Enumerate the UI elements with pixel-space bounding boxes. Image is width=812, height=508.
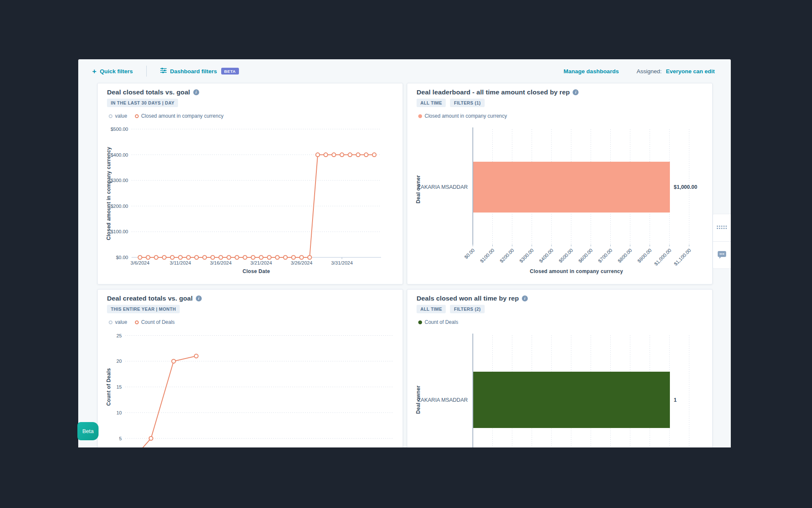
svg-text:$100.00: $100.00 <box>479 248 495 264</box>
svg-text:Closed amount in company curre: Closed amount in company currency <box>530 268 623 274</box>
svg-text:$900.00: $900.00 <box>636 248 653 264</box>
chart-scope-badges: IN THE LAST 30 DAYS | DAY <box>107 99 178 107</box>
legend-item[interactable]: Closed amount in company currency <box>418 113 507 119</box>
svg-text:10: 10 <box>116 410 122 415</box>
legend-marker-icon <box>135 114 139 118</box>
card-side-rail <box>713 214 731 269</box>
card-deal-leaderboard: Deal leaderboard - all time amount close… <box>407 83 713 284</box>
beta-badge: BETA <box>221 68 239 75</box>
svg-text:3/16/2024: 3/16/2024 <box>210 260 232 265</box>
svg-text:ZAKARIA MSADDAR: ZAKARIA MSADDAR <box>417 397 468 403</box>
svg-text:Closed amount in company curre: Closed amount in company currency <box>106 147 112 240</box>
bar-chart-canvas: ZAKARIA MSADDAR1Deal owner <box>407 332 713 447</box>
svg-text:Close Date: Close Date <box>242 268 270 274</box>
legend-label: Count of Deals <box>425 319 458 325</box>
comments-icon[interactable] <box>713 242 731 269</box>
filter-sliders-icon <box>160 67 167 75</box>
svg-text:$800.00: $800.00 <box>617 248 633 264</box>
legend-item[interactable]: Closed amount in company currency <box>135 113 224 119</box>
legend-marker-icon <box>418 114 422 118</box>
info-icon[interactable]: i <box>573 89 579 95</box>
beta-floating-tag[interactable]: Beta <box>77 422 99 440</box>
svg-text:$200.00: $200.00 <box>110 204 128 209</box>
svg-text:$1,000.00: $1,000.00 <box>653 248 672 267</box>
svg-text:Count of Deals: Count of Deals <box>106 368 112 406</box>
svg-text:$100.00: $100.00 <box>110 229 128 234</box>
svg-text:3/26/2024: 3/26/2024 <box>291 260 313 265</box>
legend-marker-icon <box>135 320 139 324</box>
svg-text:$700.00: $700.00 <box>597 248 613 264</box>
legend-item[interactable]: Count of Deals <box>418 319 458 325</box>
svg-text:Deal owner: Deal owner <box>415 385 421 414</box>
chart-scope-badge: THIS ENTIRE YEAR | MONTH <box>107 305 180 313</box>
legend-marker-icon <box>418 320 422 324</box>
plus-icon: + <box>92 68 96 75</box>
svg-text:$1,100.00: $1,100.00 <box>673 248 692 267</box>
chart-scope-badges: ALL TIMEFILTERS (1) <box>417 99 485 107</box>
svg-text:3/11/2024: 3/11/2024 <box>170 260 191 265</box>
card-deals-closed-won: Deals closed won all time by rep i ALL T… <box>407 289 713 447</box>
chart-legend: valueCount of Deals <box>109 319 175 325</box>
legend-item[interactable]: Count of Deals <box>135 319 175 325</box>
chart-title: Deal closed totals vs. goal <box>107 88 190 96</box>
svg-text:$0.00: $0.00 <box>464 248 476 260</box>
svg-text:$300.00: $300.00 <box>518 248 535 264</box>
quick-filters-button[interactable]: Quick filters <box>100 68 133 75</box>
chart-title: Deal created totals vs. goal <box>107 295 193 302</box>
toolbar-divider <box>146 66 147 77</box>
legend-marker-icon <box>109 320 112 324</box>
svg-text:$600.00: $600.00 <box>578 248 594 264</box>
assigned-label: Assigned: <box>636 68 661 75</box>
chart-legend: Closed amount in company currency <box>418 113 507 119</box>
svg-text:$500.00: $500.00 <box>110 127 128 132</box>
legend-label: value <box>115 113 127 119</box>
bar-chart-canvas: $0.00$100.00$200.00$300.00$400.00$500.00… <box>407 126 713 276</box>
svg-text:$500.00: $500.00 <box>558 248 574 264</box>
svg-text:Deal owner: Deal owner <box>415 175 421 203</box>
legend-label: value <box>115 319 127 325</box>
legend-label: Closed amount in company currency <box>425 113 507 119</box>
legend-marker-icon <box>109 114 112 118</box>
svg-text:$1,000.00: $1,000.00 <box>674 184 697 190</box>
chart-scope-badge: IN THE LAST 30 DAYS | DAY <box>107 99 178 107</box>
drag-handle-icon[interactable] <box>713 214 731 241</box>
chart-legend: valueClosed amount in company currency <box>109 113 223 119</box>
svg-text:$300.00: $300.00 <box>110 178 128 183</box>
svg-text:25: 25 <box>116 333 122 338</box>
legend-item[interactable]: value <box>109 319 127 325</box>
svg-text:3/31/2024: 3/31/2024 <box>331 260 353 265</box>
chart-scope-badges: THIS ENTIRE YEAR | MONTH <box>107 305 180 313</box>
chart-title: Deal leaderboard - all time amount close… <box>417 88 570 96</box>
legend-label: Closed amount in company currency <box>141 113 224 119</box>
dashboard-panel: + Quick filters Dashboard filters BETA M… <box>78 59 731 447</box>
svg-text:15: 15 <box>116 384 122 389</box>
svg-text:3/6/2024: 3/6/2024 <box>131 260 150 265</box>
chart-scope-badge: ALL TIME <box>417 99 446 107</box>
chart-scope-badge: FILTERS (2) <box>450 305 484 313</box>
chart-title: Deals closed won all time by rep <box>417 295 519 302</box>
info-icon[interactable]: i <box>522 295 528 301</box>
manage-dashboards-link[interactable]: Manage dashboards <box>564 68 619 75</box>
chart-scope-badges: ALL TIMEFILTERS (2) <box>417 305 485 313</box>
info-icon[interactable]: i <box>193 89 199 95</box>
svg-text:ZAKARIA MSADDAR: ZAKARIA MSADDAR <box>417 184 468 190</box>
dashboard-toolbar: + Quick filters Dashboard filters BETA M… <box>78 59 731 83</box>
svg-text:1: 1 <box>674 397 677 403</box>
card-deal-closed-totals: Deal closed totals vs. goal i IN THE LAS… <box>97 83 403 284</box>
svg-text:20: 20 <box>116 359 122 364</box>
svg-text:$400.00: $400.00 <box>538 248 554 264</box>
info-icon[interactable]: i <box>196 295 202 301</box>
svg-text:$0.00: $0.00 <box>116 255 128 260</box>
line-chart-canvas: 510152025Count of Deals <box>98 332 403 447</box>
dashboard-filters-button[interactable]: Dashboard filters <box>170 68 217 75</box>
chart-scope-badge: ALL TIME <box>417 305 446 313</box>
chart-scope-badge: FILTERS (1) <box>450 99 484 107</box>
legend-item[interactable]: value <box>109 113 127 119</box>
card-deal-created-totals: Deal created totals vs. goal i THIS ENTI… <box>97 289 403 447</box>
legend-label: Count of Deals <box>141 319 175 325</box>
svg-text:5: 5 <box>119 436 122 441</box>
svg-text:$200.00: $200.00 <box>499 248 515 264</box>
assigned-value-link[interactable]: Everyone can edit <box>666 68 715 75</box>
chart-legend: Count of Deals <box>418 319 458 325</box>
svg-text:$400.00: $400.00 <box>110 152 128 157</box>
